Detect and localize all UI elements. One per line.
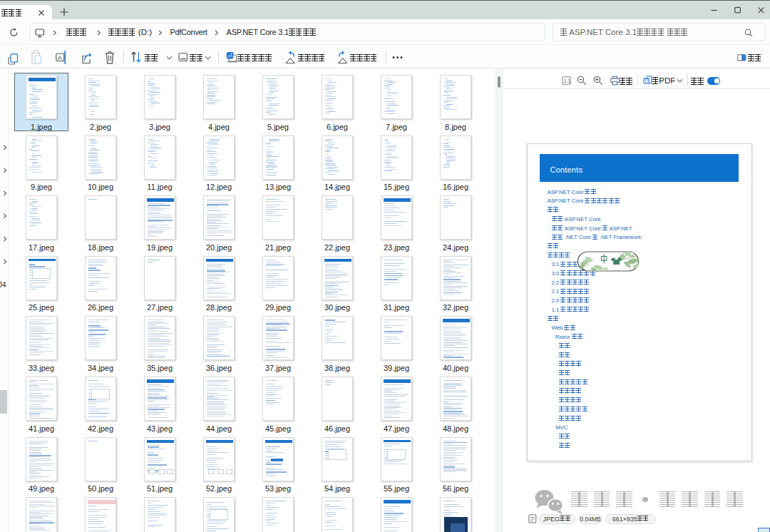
svg-text:1:1: 1:1 bbox=[563, 78, 570, 83]
svg-text:P: P bbox=[645, 78, 647, 83]
svg-text:A: A bbox=[58, 54, 62, 61]
